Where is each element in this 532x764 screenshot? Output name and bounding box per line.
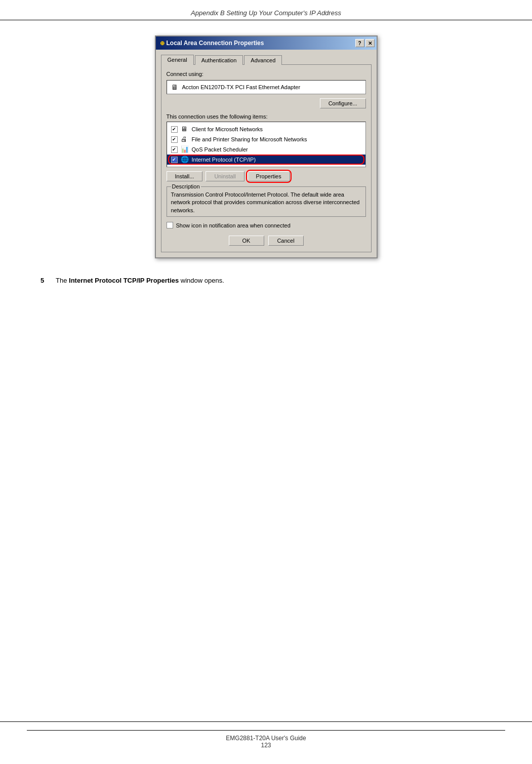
tab-general[interactable]: General	[161, 55, 194, 65]
configure-btn-row: Configure...	[167, 98, 366, 108]
step-text-after: window opens.	[179, 277, 224, 284]
properties-btn-wrapper: Properties	[248, 171, 290, 181]
footer-divider	[27, 730, 506, 731]
tab-advanced[interactable]: Advanced	[244, 55, 282, 65]
help-button[interactable]: ?	[355, 39, 364, 47]
action-buttons-row: Install... Uninstall Properties	[167, 171, 366, 181]
items-list: 🖥 Client for Microsoft Networks 🖨 File a…	[167, 122, 366, 167]
checkbox-item1[interactable]	[171, 126, 178, 133]
step-text: The Internet Protocol TCP/IP Properties …	[56, 276, 224, 286]
checkbox-item3[interactable]	[171, 146, 178, 153]
properties-button[interactable]: Properties	[248, 171, 290, 181]
list-item: 🖥 Client for Microsoft Networks	[167, 124, 365, 134]
step-number: 5	[40, 276, 50, 286]
configure-button[interactable]: Configure...	[320, 98, 366, 108]
step-text-before: The	[56, 277, 69, 284]
dialog-screenshot: ⊕ Local Area Connection Properties ? ✕ G…	[155, 35, 378, 258]
description-label: Description	[171, 183, 201, 189]
list-item: 🖨 File and Printer Sharing for Microsoft…	[167, 134, 365, 144]
ok-cancel-row: OK Cancel	[167, 236, 366, 246]
description-text: Transmission Control Protocol/Internet P…	[171, 191, 361, 214]
list-item-selected[interactable]: 🌐 Internet Protocol (TCP/IP)	[167, 155, 365, 165]
dialog-title: Local Area Connection Properties	[167, 40, 264, 47]
page-header: Appendix B Setting Up Your Computer's IP…	[0, 0, 532, 20]
item2-label: File and Printer Sharing for Microsoft N…	[192, 136, 307, 142]
install-button[interactable]: Install...	[167, 171, 203, 181]
device-row: 🖥 Accton EN1207D-TX PCI Fast Ethernet Ad…	[167, 80, 366, 94]
item3-label: QoS Packet Scheduler	[192, 146, 248, 152]
item1-label: Client for Microsoft Networks	[192, 126, 263, 132]
description-group-box: Description Transmission Control Protoco…	[167, 186, 366, 217]
tab-content-area: Connect using: 🖥 Accton EN1207D-TX PCI F…	[161, 64, 372, 252]
ok-button[interactable]: OK	[229, 236, 264, 246]
item4-icon: 🌐	[181, 156, 189, 164]
tab-authentication[interactable]: Authentication	[195, 55, 243, 65]
uninstall-button[interactable]: Uninstall	[206, 171, 244, 181]
page-footer: EMG2881-T20A User's Guide 123	[0, 721, 532, 754]
title-bar-icon: ⊕	[160, 40, 165, 47]
item1-icon: 🖥	[181, 125, 189, 133]
tabs-container: General Authentication Advanced	[161, 55, 372, 65]
device-icon: 🖥	[171, 83, 178, 91]
page-number: 123	[261, 742, 271, 749]
connect-using-label: Connect using:	[167, 71, 366, 77]
adapter-name: Accton EN1207D-TX PCI Fast Ethernet Adap…	[182, 84, 301, 90]
title-bar-buttons: ? ✕	[355, 39, 375, 47]
step-bold-text: Internet Protocol TCP/IP Properties	[69, 277, 179, 284]
close-button[interactable]: ✕	[365, 39, 375, 47]
dialog-body: General Authentication Advanced Connect …	[156, 50, 377, 257]
checkbox-item2[interactable]	[171, 136, 178, 143]
notify-checkbox[interactable]	[167, 222, 173, 228]
guide-name: EMG2881-T20A User's Guide	[226, 735, 306, 742]
cancel-button[interactable]: Cancel	[268, 236, 304, 246]
title-bar: ⊕ Local Area Connection Properties ? ✕	[156, 36, 377, 50]
header-title: Appendix B Setting Up Your Computer's IP…	[191, 9, 341, 17]
list-item: 📊 QoS Packet Scheduler	[167, 144, 365, 155]
item4-label: Internet Protocol (TCP/IP)	[192, 157, 256, 163]
item2-icon: 🖨	[181, 135, 189, 143]
items-section-label: This connection uses the following items…	[167, 113, 366, 120]
notify-label: Show icon in notification area when conn…	[176, 222, 291, 228]
item3-icon: 📊	[181, 145, 189, 154]
notify-row: Show icon in notification area when conn…	[167, 222, 366, 228]
step-row: 5 The Internet Protocol TCP/IP Propertie…	[30, 276, 502, 286]
checkbox-item4[interactable]	[171, 157, 178, 163]
